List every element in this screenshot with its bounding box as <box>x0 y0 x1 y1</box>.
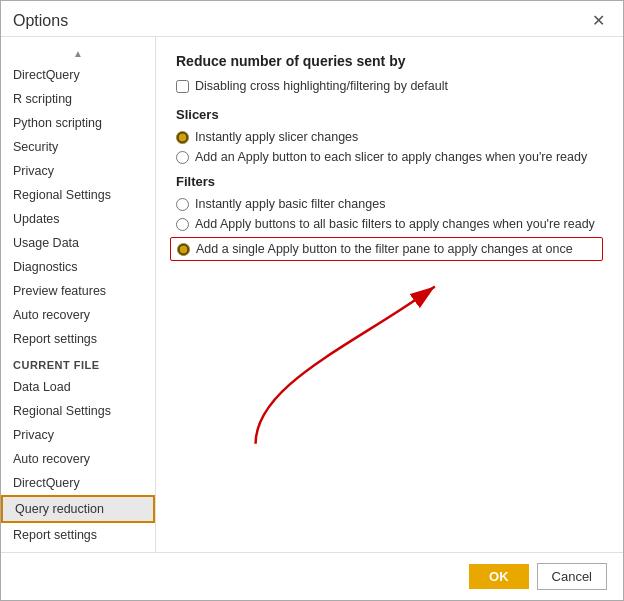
scroll-up-arrow[interactable]: ▲ <box>1 43 155 63</box>
slicer-option-1: Add an Apply button to each slicer to ap… <box>176 150 603 164</box>
current-file-header: CURRENT FILE <box>1 351 155 375</box>
filter-option-1: Add Apply buttons to all basic filters t… <box>176 217 603 231</box>
sidebar-item-directquery-cf[interactable]: DirectQuery <box>1 471 155 495</box>
sidebar-item-updates[interactable]: Updates <box>1 207 155 231</box>
slicer-label-1: Add an Apply button to each slicer to ap… <box>195 150 587 164</box>
sidebar-item-privacy[interactable]: Privacy <box>1 159 155 183</box>
sidebar-item-reportsettings-global[interactable]: Report settings <box>1 327 155 351</box>
filter-label-0: Instantly apply basic filter changes <box>195 197 385 211</box>
footer: OK Cancel <box>1 552 623 600</box>
sidebar-item-pythonscripting[interactable]: Python scripting <box>1 111 155 135</box>
slicer-label-0: Instantly apply slicer changes <box>195 130 358 144</box>
slicer-option-0: Instantly apply slicer changes <box>176 130 603 144</box>
filters-title: Filters <box>176 174 603 189</box>
dialog-title: Options <box>13 12 68 30</box>
title-bar: Options ✕ <box>1 1 623 37</box>
sidebar-item-security[interactable]: Security <box>1 135 155 159</box>
sidebar-item-regionalsettings[interactable]: Regional Settings <box>1 183 155 207</box>
filters-section: Filters Instantly apply basic filter cha… <box>176 174 603 261</box>
sidebar-item-autorecovery[interactable]: Auto recovery <box>1 303 155 327</box>
filter-option-2: Add a single Apply button to the filter … <box>170 237 603 261</box>
cross-highlight-label: Disabling cross highlighting/filtering b… <box>195 79 448 93</box>
slicers-title: Slicers <box>176 107 603 122</box>
sidebar-item-usagedata[interactable]: Usage Data <box>1 231 155 255</box>
cancel-button[interactable]: Cancel <box>537 563 607 590</box>
main-wrapper: Reduce number of queries sent by Disabli… <box>156 37 623 552</box>
ok-button[interactable]: OK <box>469 564 529 589</box>
slicer-radio-1[interactable] <box>176 151 189 164</box>
slicer-radio-0[interactable] <box>176 131 189 144</box>
sidebar-item-directquery[interactable]: DirectQuery <box>1 63 155 87</box>
sidebar-item-queryreduction[interactable]: Query reduction <box>1 495 155 523</box>
sidebar-item-rscripting[interactable]: R scripting <box>1 87 155 111</box>
filter-radio-2[interactable] <box>177 243 190 256</box>
sidebar-item-autorecovery-cf[interactable]: Auto recovery <box>1 447 155 471</box>
sidebar-item-regionalsettings-cf[interactable]: Regional Settings <box>1 399 155 423</box>
filter-label-2: Add a single Apply button to the filter … <box>196 242 573 256</box>
options-dialog: Options ✕ ▲ DirectQueryR scriptingPython… <box>0 0 624 601</box>
filter-radio-1[interactable] <box>176 218 189 231</box>
dialog-body: ▲ DirectQueryR scriptingPython scripting… <box>1 37 623 552</box>
sidebar-item-reportsettings-cf[interactable]: Report settings <box>1 523 155 547</box>
filter-radio-0[interactable] <box>176 198 189 211</box>
cross-highlight-checkbox[interactable] <box>176 80 189 93</box>
sidebar-item-privacy-cf[interactable]: Privacy <box>1 423 155 447</box>
close-button[interactable]: ✕ <box>586 9 611 32</box>
filter-label-1: Add Apply buttons to all basic filters t… <box>195 217 595 231</box>
cross-highlight-row: Disabling cross highlighting/filtering b… <box>176 79 603 93</box>
main-content: Reduce number of queries sent by Disabli… <box>156 37 623 552</box>
sidebar-item-diagnostics[interactable]: Diagnostics <box>1 255 155 279</box>
sidebar: ▲ DirectQueryR scriptingPython scripting… <box>1 37 156 552</box>
filter-option-0: Instantly apply basic filter changes <box>176 197 603 211</box>
scroll-down-arrow[interactable]: ▼ <box>1 547 155 552</box>
sidebar-item-previewfeatures[interactable]: Preview features <box>1 279 155 303</box>
sidebar-item-dataload[interactable]: Data Load <box>1 375 155 399</box>
main-heading: Reduce number of queries sent by <box>176 53 603 69</box>
